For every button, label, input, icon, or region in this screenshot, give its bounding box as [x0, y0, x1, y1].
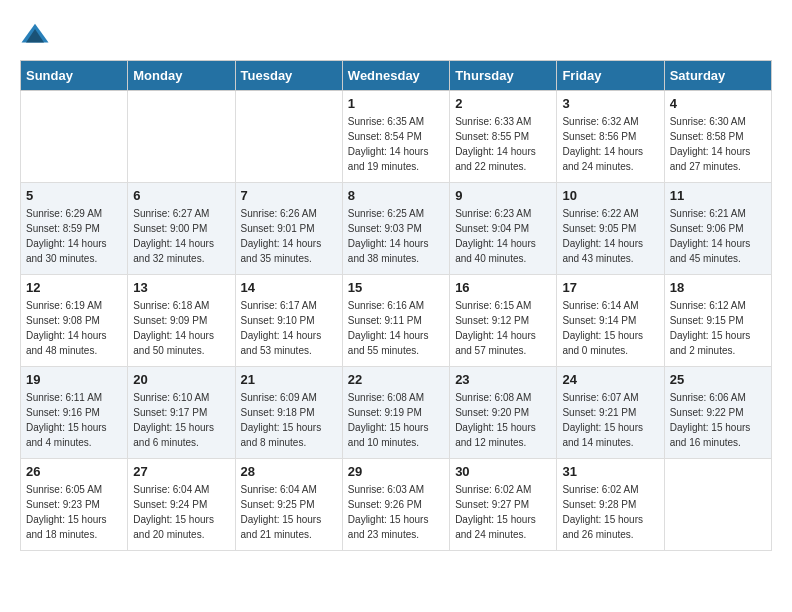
day-number: 22 — [348, 372, 444, 387]
calendar-cell — [235, 91, 342, 183]
calendar-week-row: 12Sunrise: 6:19 AMSunset: 9:08 PMDayligh… — [21, 275, 772, 367]
day-number: 16 — [455, 280, 551, 295]
day-number: 2 — [455, 96, 551, 111]
calendar-cell: 30Sunrise: 6:02 AMSunset: 9:27 PMDayligh… — [450, 459, 557, 551]
day-of-week-header: Monday — [128, 61, 235, 91]
cell-sun-info: Sunrise: 6:02 AMSunset: 9:28 PMDaylight:… — [562, 482, 658, 542]
calendar-cell: 14Sunrise: 6:17 AMSunset: 9:10 PMDayligh… — [235, 275, 342, 367]
cell-sun-info: Sunrise: 6:26 AMSunset: 9:01 PMDaylight:… — [241, 206, 337, 266]
calendar-cell: 5Sunrise: 6:29 AMSunset: 8:59 PMDaylight… — [21, 183, 128, 275]
calendar-body: 1Sunrise: 6:35 AMSunset: 8:54 PMDaylight… — [21, 91, 772, 551]
calendar-cell: 4Sunrise: 6:30 AMSunset: 8:58 PMDaylight… — [664, 91, 771, 183]
calendar-week-row: 26Sunrise: 6:05 AMSunset: 9:23 PMDayligh… — [21, 459, 772, 551]
calendar-week-row: 19Sunrise: 6:11 AMSunset: 9:16 PMDayligh… — [21, 367, 772, 459]
cell-sun-info: Sunrise: 6:07 AMSunset: 9:21 PMDaylight:… — [562, 390, 658, 450]
page-header — [20, 20, 772, 50]
calendar-week-row: 1Sunrise: 6:35 AMSunset: 8:54 PMDaylight… — [21, 91, 772, 183]
cell-sun-info: Sunrise: 6:35 AMSunset: 8:54 PMDaylight:… — [348, 114, 444, 174]
calendar-cell: 18Sunrise: 6:12 AMSunset: 9:15 PMDayligh… — [664, 275, 771, 367]
calendar-cell: 1Sunrise: 6:35 AMSunset: 8:54 PMDaylight… — [342, 91, 449, 183]
day-number: 21 — [241, 372, 337, 387]
logo — [20, 20, 52, 50]
day-of-week-header: Thursday — [450, 61, 557, 91]
day-number: 27 — [133, 464, 229, 479]
calendar-cell: 23Sunrise: 6:08 AMSunset: 9:20 PMDayligh… — [450, 367, 557, 459]
day-number: 13 — [133, 280, 229, 295]
cell-sun-info: Sunrise: 6:22 AMSunset: 9:05 PMDaylight:… — [562, 206, 658, 266]
cell-sun-info: Sunrise: 6:25 AMSunset: 9:03 PMDaylight:… — [348, 206, 444, 266]
calendar-cell: 9Sunrise: 6:23 AMSunset: 9:04 PMDaylight… — [450, 183, 557, 275]
calendar-cell: 29Sunrise: 6:03 AMSunset: 9:26 PMDayligh… — [342, 459, 449, 551]
cell-sun-info: Sunrise: 6:09 AMSunset: 9:18 PMDaylight:… — [241, 390, 337, 450]
calendar-header: SundayMondayTuesdayWednesdayThursdayFrid… — [21, 61, 772, 91]
day-number: 23 — [455, 372, 551, 387]
cell-sun-info: Sunrise: 6:12 AMSunset: 9:15 PMDaylight:… — [670, 298, 766, 358]
day-number: 14 — [241, 280, 337, 295]
calendar-cell: 21Sunrise: 6:09 AMSunset: 9:18 PMDayligh… — [235, 367, 342, 459]
day-number: 12 — [26, 280, 122, 295]
calendar-cell — [128, 91, 235, 183]
calendar-cell: 13Sunrise: 6:18 AMSunset: 9:09 PMDayligh… — [128, 275, 235, 367]
header-row: SundayMondayTuesdayWednesdayThursdayFrid… — [21, 61, 772, 91]
day-number: 5 — [26, 188, 122, 203]
calendar-cell: 31Sunrise: 6:02 AMSunset: 9:28 PMDayligh… — [557, 459, 664, 551]
cell-sun-info: Sunrise: 6:02 AMSunset: 9:27 PMDaylight:… — [455, 482, 551, 542]
cell-sun-info: Sunrise: 6:27 AMSunset: 9:00 PMDaylight:… — [133, 206, 229, 266]
calendar-cell: 25Sunrise: 6:06 AMSunset: 9:22 PMDayligh… — [664, 367, 771, 459]
calendar-cell: 16Sunrise: 6:15 AMSunset: 9:12 PMDayligh… — [450, 275, 557, 367]
day-number: 25 — [670, 372, 766, 387]
cell-sun-info: Sunrise: 6:21 AMSunset: 9:06 PMDaylight:… — [670, 206, 766, 266]
day-of-week-header: Saturday — [664, 61, 771, 91]
cell-sun-info: Sunrise: 6:04 AMSunset: 9:25 PMDaylight:… — [241, 482, 337, 542]
cell-sun-info: Sunrise: 6:10 AMSunset: 9:17 PMDaylight:… — [133, 390, 229, 450]
day-number: 17 — [562, 280, 658, 295]
day-number: 7 — [241, 188, 337, 203]
calendar-cell: 27Sunrise: 6:04 AMSunset: 9:24 PMDayligh… — [128, 459, 235, 551]
cell-sun-info: Sunrise: 6:08 AMSunset: 9:19 PMDaylight:… — [348, 390, 444, 450]
cell-sun-info: Sunrise: 6:17 AMSunset: 9:10 PMDaylight:… — [241, 298, 337, 358]
cell-sun-info: Sunrise: 6:18 AMSunset: 9:09 PMDaylight:… — [133, 298, 229, 358]
calendar-cell: 24Sunrise: 6:07 AMSunset: 9:21 PMDayligh… — [557, 367, 664, 459]
day-number: 1 — [348, 96, 444, 111]
day-number: 6 — [133, 188, 229, 203]
day-of-week-header: Tuesday — [235, 61, 342, 91]
day-number: 29 — [348, 464, 444, 479]
cell-sun-info: Sunrise: 6:29 AMSunset: 8:59 PMDaylight:… — [26, 206, 122, 266]
day-number: 18 — [670, 280, 766, 295]
calendar-cell: 3Sunrise: 6:32 AMSunset: 8:56 PMDaylight… — [557, 91, 664, 183]
calendar-cell: 11Sunrise: 6:21 AMSunset: 9:06 PMDayligh… — [664, 183, 771, 275]
cell-sun-info: Sunrise: 6:03 AMSunset: 9:26 PMDaylight:… — [348, 482, 444, 542]
calendar-cell: 19Sunrise: 6:11 AMSunset: 9:16 PMDayligh… — [21, 367, 128, 459]
day-number: 19 — [26, 372, 122, 387]
day-number: 10 — [562, 188, 658, 203]
day-number: 15 — [348, 280, 444, 295]
calendar-cell: 10Sunrise: 6:22 AMSunset: 9:05 PMDayligh… — [557, 183, 664, 275]
cell-sun-info: Sunrise: 6:33 AMSunset: 8:55 PMDaylight:… — [455, 114, 551, 174]
cell-sun-info: Sunrise: 6:04 AMSunset: 9:24 PMDaylight:… — [133, 482, 229, 542]
day-of-week-header: Wednesday — [342, 61, 449, 91]
calendar-cell: 7Sunrise: 6:26 AMSunset: 9:01 PMDaylight… — [235, 183, 342, 275]
cell-sun-info: Sunrise: 6:30 AMSunset: 8:58 PMDaylight:… — [670, 114, 766, 174]
day-number: 9 — [455, 188, 551, 203]
cell-sun-info: Sunrise: 6:19 AMSunset: 9:08 PMDaylight:… — [26, 298, 122, 358]
calendar-cell: 6Sunrise: 6:27 AMSunset: 9:00 PMDaylight… — [128, 183, 235, 275]
calendar-cell: 26Sunrise: 6:05 AMSunset: 9:23 PMDayligh… — [21, 459, 128, 551]
cell-sun-info: Sunrise: 6:11 AMSunset: 9:16 PMDaylight:… — [26, 390, 122, 450]
calendar-cell: 8Sunrise: 6:25 AMSunset: 9:03 PMDaylight… — [342, 183, 449, 275]
calendar-table: SundayMondayTuesdayWednesdayThursdayFrid… — [20, 60, 772, 551]
day-number: 20 — [133, 372, 229, 387]
day-number: 11 — [670, 188, 766, 203]
day-of-week-header: Friday — [557, 61, 664, 91]
calendar-cell: 2Sunrise: 6:33 AMSunset: 8:55 PMDaylight… — [450, 91, 557, 183]
cell-sun-info: Sunrise: 6:15 AMSunset: 9:12 PMDaylight:… — [455, 298, 551, 358]
cell-sun-info: Sunrise: 6:16 AMSunset: 9:11 PMDaylight:… — [348, 298, 444, 358]
cell-sun-info: Sunrise: 6:23 AMSunset: 9:04 PMDaylight:… — [455, 206, 551, 266]
calendar-week-row: 5Sunrise: 6:29 AMSunset: 8:59 PMDaylight… — [21, 183, 772, 275]
cell-sun-info: Sunrise: 6:05 AMSunset: 9:23 PMDaylight:… — [26, 482, 122, 542]
calendar-cell — [664, 459, 771, 551]
day-number: 8 — [348, 188, 444, 203]
cell-sun-info: Sunrise: 6:14 AMSunset: 9:14 PMDaylight:… — [562, 298, 658, 358]
day-number: 3 — [562, 96, 658, 111]
calendar-cell: 12Sunrise: 6:19 AMSunset: 9:08 PMDayligh… — [21, 275, 128, 367]
cell-sun-info: Sunrise: 6:06 AMSunset: 9:22 PMDaylight:… — [670, 390, 766, 450]
